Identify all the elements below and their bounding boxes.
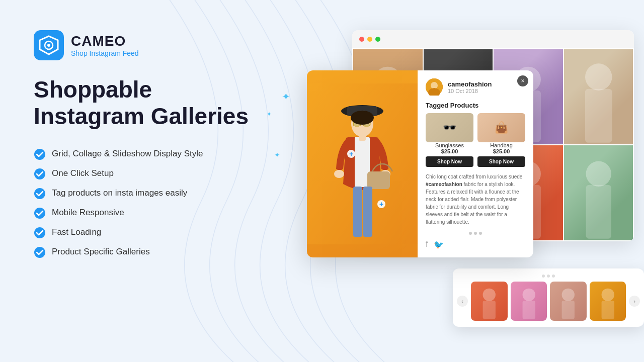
svg-point-8 [34, 247, 45, 258]
product-image-handbag: 👜 [477, 113, 525, 142]
slide-item-3 [550, 282, 587, 321]
logo-text: CAMEO Shop Instagram Feed [71, 33, 139, 57]
feature-item-6: Product Specific Galleries [34, 246, 265, 258]
svg-rect-35 [367, 171, 390, 189]
feature-item-1: Grid, Collage & Slideshow Display Style [34, 148, 265, 160]
logo-area: CAMEO Shop Instagram Feed [34, 30, 265, 60]
twitter-icon: 🐦 [434, 240, 444, 249]
products-grid: 🕶️ Sunglasses $25.00 Shop Now 👜 Handbag … [426, 113, 525, 167]
svg-rect-36 [353, 187, 362, 237]
popup-social-row: f 🐦 [426, 240, 525, 249]
feature-text-2: One Click Setup [52, 167, 114, 179]
slideshow-items: ‹ [457, 282, 640, 321]
browser-dot-yellow [367, 37, 372, 42]
feature-list: Grid, Collage & Slideshow Display Style … [34, 148, 265, 258]
svg-rect-14 [585, 89, 612, 143]
svg-rect-52 [601, 301, 614, 319]
sparkle-decoration-4: ✦ [274, 151, 280, 159]
svg-point-4 [34, 168, 45, 179]
svg-point-30 [351, 111, 374, 125]
product-price-handbag: $25.00 [477, 148, 525, 154]
slideshow-next-button[interactable]: › [629, 296, 640, 307]
popup-dot-1 [469, 232, 472, 235]
browser-toolbar [352, 30, 634, 48]
svg-point-5 [34, 188, 45, 199]
feature-text-3: Tag products on insta images easily [52, 187, 187, 199]
feature-item-5: Fast Loading [34, 226, 265, 239]
check-icon-6 [34, 246, 46, 258]
svg-point-13 [585, 63, 612, 90]
popup-dot-3 [479, 232, 482, 235]
slide-dot-3 [552, 275, 555, 278]
svg-point-33 [334, 170, 344, 178]
check-icon-1 [34, 148, 46, 160]
facebook-icon: f [426, 240, 428, 249]
svg-rect-48 [522, 301, 535, 319]
popup-dot-2 [474, 232, 477, 235]
slide-dot-1 [542, 275, 545, 278]
right-panel: 📷 [292, 30, 644, 342]
check-icon-4 [34, 207, 46, 219]
svg-point-51 [601, 289, 614, 301]
brand-name: CAMEO [71, 33, 139, 49]
cameo-logo-icon [34, 30, 64, 60]
browser-dot-red [359, 37, 364, 42]
sparkle-decoration-2: ✦ [267, 111, 272, 118]
popup-product-image: + + [307, 70, 418, 257]
slideshow-mockup: ‹ [453, 268, 644, 327]
svg-point-43 [431, 82, 438, 89]
feature-text-1: Grid, Collage & Slideshow Display Style [52, 148, 203, 160]
svg-point-47 [522, 289, 535, 301]
popup-user-row: cameofashion 10 Oct 2018 [426, 78, 525, 96]
tagged-products-title: Tagged Products [426, 102, 525, 109]
brand-subtitle: Shop Instagram Feed [71, 49, 139, 57]
feature-text-5: Fast Loading [52, 226, 101, 238]
hero-heading: Shoppable Instagram Galleries [34, 76, 265, 130]
popup-close-button[interactable]: × [517, 75, 528, 86]
product-card-handbag: 👜 Handbag $25.00 Shop Now [477, 113, 525, 167]
feature-item-4: Mobile Responsive [34, 207, 265, 219]
popup-username: cameofashion [448, 80, 492, 88]
popup-user-info: cameofashion 10 Oct 2018 [448, 80, 492, 94]
svg-point-3 [34, 149, 45, 160]
svg-rect-32 [359, 134, 366, 141]
check-icon-3 [34, 188, 46, 200]
product-popup: × [307, 70, 533, 257]
product-name-handbag: Handbag [477, 142, 525, 148]
svg-rect-46 [483, 301, 496, 319]
slideshow-prev-button[interactable]: ‹ [457, 296, 468, 307]
svg-point-7 [34, 227, 45, 238]
popup-date: 10 Oct 2018 [448, 88, 492, 94]
feature-text-4: Mobile Responsive [52, 207, 124, 219]
svg-point-21 [586, 161, 611, 187]
popup-dots-row [426, 232, 525, 235]
svg-rect-22 [586, 185, 611, 239]
popup-avatar [426, 78, 443, 96]
slide-dot-2 [547, 275, 550, 278]
svg-point-49 [562, 289, 575, 301]
product-image-sunglasses: 🕶️ [426, 113, 473, 142]
product-price-sunglasses: $25.00 [426, 148, 473, 154]
svg-rect-37 [363, 187, 372, 237]
check-icon-5 [34, 227, 46, 239]
slide-item-4 [590, 282, 626, 321]
browser-dot-green [375, 37, 380, 42]
popup-details: cameofashion 10 Oct 2018 Tagged Products… [418, 70, 533, 257]
shop-now-button-sunglasses[interactable]: Shop Now [426, 156, 473, 167]
check-icon-2 [34, 168, 46, 180]
sparkle-decoration-1: ✦ [282, 90, 290, 103]
feature-text-6: Product Specific Galleries [52, 246, 150, 258]
product-name-sunglasses: Sunglasses [426, 142, 473, 148]
svg-point-2 [47, 44, 50, 47]
svg-rect-50 [562, 301, 575, 319]
svg-point-6 [34, 208, 45, 219]
product-card-sunglasses: 🕶️ Sunglasses $25.00 Shop Now [426, 113, 473, 167]
svg-text:+: + [349, 150, 353, 158]
grid-cell-8 [564, 145, 633, 240]
left-panel: CAMEO Shop Instagram Feed Shoppable Inst… [34, 30, 265, 258]
svg-text:+: + [379, 200, 383, 208]
slide-item-2 [511, 282, 547, 321]
shop-now-button-handbag[interactable]: Shop Now [477, 156, 525, 167]
feature-item-3: Tag products on insta images easily [34, 187, 265, 200]
slide-item-1 [471, 282, 508, 321]
